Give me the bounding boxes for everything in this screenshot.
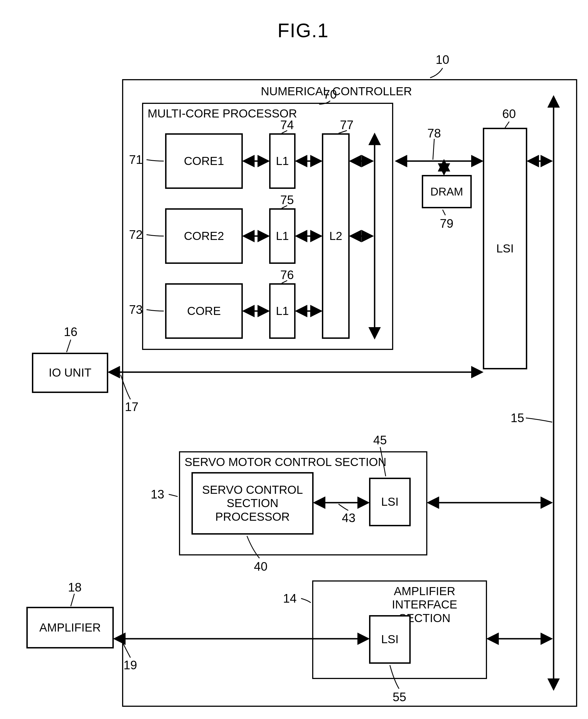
- diagram-canvas: FIG.1 NUMERICAL CONTROLLER 10 MULTI-CORE…: [11, 11, 588, 719]
- ref-17: 17: [125, 400, 139, 414]
- ref-72: 72: [129, 228, 143, 242]
- lsi-main-box: LSI: [483, 128, 527, 370]
- servo-lsi-box: LSI: [369, 478, 411, 526]
- ref-14: 14: [283, 592, 297, 605]
- figure-title: FIG.1: [277, 19, 329, 42]
- amplifier-label: AMPLIFIER: [39, 621, 101, 635]
- ref-73: 73: [129, 303, 143, 317]
- l1b-label: L1: [276, 229, 289, 243]
- ref-55: 55: [393, 690, 406, 704]
- ref-16: 16: [64, 325, 78, 339]
- l1b-box: L1: [269, 208, 296, 264]
- servo-proc-l3: PROCESSOR: [202, 510, 303, 523]
- multicore-title: MULTI-CORE PROCESSOR: [148, 107, 297, 120]
- l1c-label: L1: [276, 304, 289, 318]
- ref-70: 70: [323, 87, 337, 101]
- ref-78: 78: [427, 126, 441, 140]
- ref-60: 60: [502, 107, 516, 121]
- l1c-box: L1: [269, 283, 296, 339]
- ref-40: 40: [254, 560, 268, 574]
- ref-13: 13: [151, 487, 164, 501]
- l1a-label: L1: [276, 154, 289, 168]
- ref-18: 18: [68, 580, 82, 594]
- servo-proc-l1: SERVO CONTROL: [202, 483, 303, 497]
- core1-box: CORE1: [165, 133, 243, 189]
- io-unit-label: IO UNIT: [49, 366, 91, 380]
- ref-77: 77: [340, 118, 354, 132]
- lsi-main-label: LSI: [496, 242, 513, 256]
- amp-if-title-l1: AMPLIFIER: [369, 584, 480, 598]
- core2-label: CORE2: [184, 229, 224, 243]
- servo-proc-l2: SECTION: [202, 497, 303, 510]
- ref-75: 75: [280, 193, 294, 207]
- l1a-box: L1: [269, 133, 296, 189]
- core1-label: CORE1: [184, 154, 224, 168]
- amp-lsi-box: LSI: [369, 615, 411, 664]
- amplifier-box: AMPLIFIER: [26, 607, 114, 648]
- servo-processor-box: SERVO CONTROL SECTION PROCESSOR: [191, 472, 314, 535]
- ref-15: 15: [510, 411, 524, 425]
- servo-lsi-label: LSI: [381, 495, 398, 509]
- core2-box: CORE2: [165, 208, 243, 264]
- core3-box: CORE: [165, 283, 243, 339]
- ref-74: 74: [280, 118, 294, 132]
- l2-box: L2: [322, 133, 350, 339]
- ref-45: 45: [373, 433, 387, 447]
- dram-box: DRAM: [422, 175, 472, 208]
- io-unit-box: IO UNIT: [32, 353, 108, 393]
- core3-label: CORE: [187, 304, 220, 318]
- ref-79: 79: [440, 217, 454, 231]
- amp-lsi-label: LSI: [381, 632, 398, 646]
- dram-label: DRAM: [430, 185, 463, 198]
- ref-76: 76: [280, 268, 294, 282]
- ref-10: 10: [436, 53, 449, 67]
- ref-71: 71: [129, 153, 143, 167]
- servo-title: SERVO MOTOR CONTROL SECTION: [185, 456, 386, 469]
- ref-43: 43: [342, 511, 355, 525]
- ref-19: 19: [124, 658, 137, 672]
- l2-label: L2: [329, 229, 342, 243]
